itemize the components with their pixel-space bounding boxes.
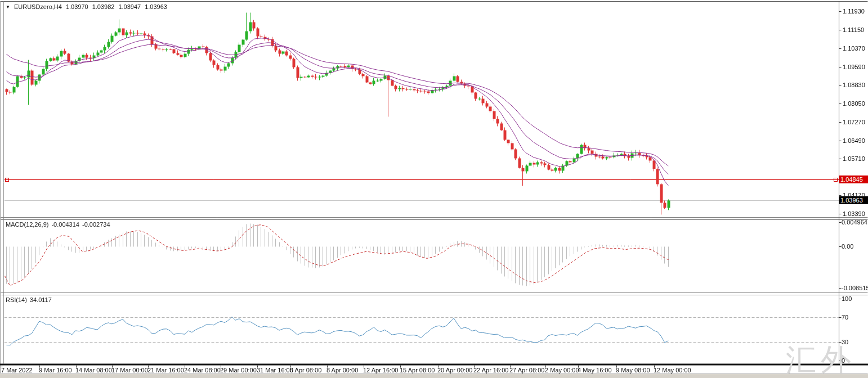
watermark-text: 汇外网 <box>786 340 868 378</box>
price-axis[interactable] <box>839 1 868 363</box>
main-chart-panel[interactable] <box>4 2 839 217</box>
rsi-panel[interactable] <box>4 295 839 363</box>
mt4-chart-window: { "main_chart": { "title": { "collapse_i… <box>0 0 868 378</box>
macd-panel[interactable] <box>4 220 839 292</box>
time-axis[interactable] <box>0 364 868 374</box>
